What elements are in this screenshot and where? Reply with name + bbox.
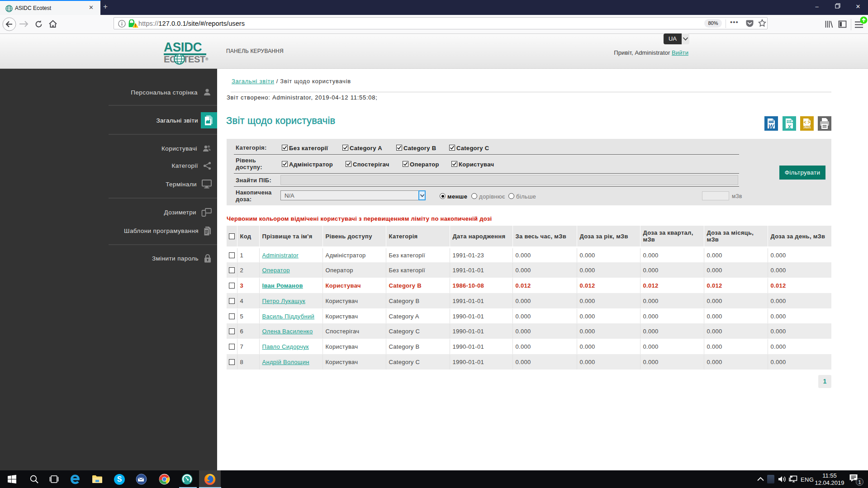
svg-text:W: W [768,123,775,130]
svg-text:X: X [787,123,792,130]
svg-text:xml: xml [802,124,811,129]
